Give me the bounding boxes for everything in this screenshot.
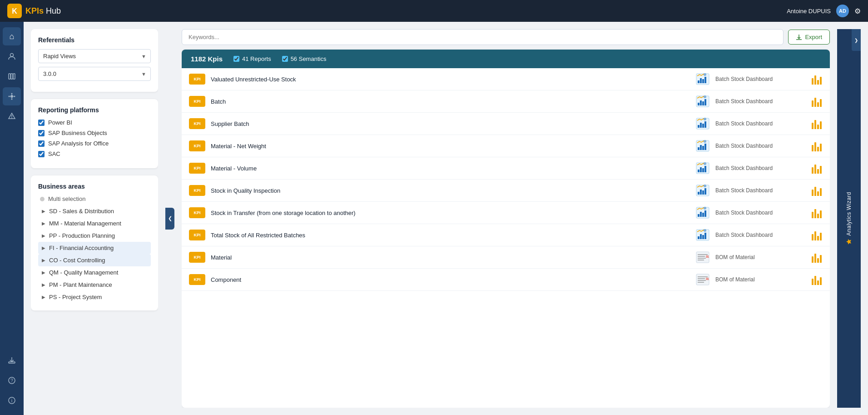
- kpi-report-name: Batch Stock Dashboard: [715, 143, 806, 149]
- svg-rect-29: [702, 79, 704, 83]
- reporting-platforms-section: Reporting platforms Power BI SAP Busines…: [31, 99, 158, 168]
- report-dashboard-icon: [695, 206, 710, 219]
- sap-bo-label: SAP Business Objects: [48, 130, 107, 136]
- ba-fi[interactable]: ▶ FI - Financial Accounting: [38, 242, 151, 254]
- kpi-name: Stock in Transfer (from one storage loca…: [211, 210, 690, 216]
- semantics-tag: 56 Semantics: [282, 55, 327, 62]
- kpi-container: 1182 Kpis 41 Reports 56 Semantics KPI: [182, 50, 830, 408]
- svg-rect-58: [704, 166, 706, 172]
- kpi-row[interactable]: KPI Stock in Transfer (from one storage …: [182, 202, 830, 224]
- kpi-chart-icon: [812, 185, 823, 196]
- export-button[interactable]: Export: [788, 30, 830, 45]
- multi-sel-dot: [40, 197, 45, 201]
- kpi-report-name: BOM of Material: [715, 276, 806, 283]
- sap-bo-checkbox-item: SAP Business Objects: [38, 130, 151, 136]
- kpi-report-name: BOM of Material: [715, 254, 806, 260]
- ba-co-label: CO - Cost Controlling: [49, 257, 105, 264]
- report-dashboard-icon: [695, 229, 710, 241]
- kpi-row[interactable]: KPI Total Stock of All Restricted Batche…: [182, 224, 830, 246]
- sidebar-home[interactable]: ⌂: [3, 27, 21, 45]
- sap-bo-checkbox[interactable]: [38, 130, 45, 136]
- powerbi-checkbox-item: Power BI: [38, 119, 151, 126]
- left-panel: Referentials Rapid Views Standard Views …: [31, 29, 158, 408]
- report-dashboard-icon: [695, 184, 710, 197]
- wizard-icon: [846, 239, 852, 245]
- multi-selection-label: Multi selection: [48, 195, 85, 202]
- collapse-toggle[interactable]: ❮: [165, 208, 174, 230]
- ba-pp-label: PP - Production Planning: [49, 232, 115, 239]
- search-input-wrapper: [182, 29, 784, 45]
- sac-label: SAC: [48, 150, 60, 157]
- kpi-row[interactable]: KPI Component 0 1: [182, 269, 830, 291]
- expand-right-toggle[interactable]: ❯: [852, 29, 861, 51]
- kpi-report-name: Batch Stock Dashboard: [715, 76, 806, 82]
- search-input[interactable]: [182, 29, 784, 45]
- kpi-chart-icon: [812, 118, 823, 129]
- kpi-row[interactable]: KPI Material - Net Weight: [182, 135, 830, 157]
- sidebar-help[interactable]: ?: [3, 371, 21, 390]
- ba-qm[interactable]: ▶ QM - Quality Management: [38, 266, 151, 279]
- sidebar-info[interactable]: i: [3, 391, 21, 410]
- kpi-chart-icon: [812, 274, 823, 285]
- ba-sd[interactable]: ▶ SD - Sales & Distribution: [38, 205, 151, 217]
- analytics-wizard-label: Analytics Wizard: [846, 192, 852, 245]
- kpi-row[interactable]: KPI Valuated Unrestricted-Use Stock: [182, 68, 830, 90]
- sidebar-export[interactable]: [3, 351, 21, 370]
- svg-rect-78: [702, 235, 704, 239]
- ba-mm-label: MM - Material Management: [49, 220, 121, 227]
- kpi-row[interactable]: KPI Batch: [182, 90, 830, 113]
- svg-rect-30: [704, 77, 706, 83]
- sidebar-library[interactable]: [3, 67, 21, 85]
- kpi-name: Total Stock of All Restricted Batches: [211, 232, 690, 239]
- referentials-title: Referentials: [38, 36, 151, 44]
- ba-pp[interactable]: ▶ PP - Production Planning: [38, 230, 151, 242]
- semantics-checkbox[interactable]: [282, 56, 288, 62]
- rapid-views-wrapper: Rapid Views Standard Views Custom Views …: [38, 49, 151, 63]
- kpi-count: 1182 Kpis: [191, 55, 223, 63]
- svg-marker-96: [846, 239, 851, 245]
- report-dashboard-icon: [695, 140, 710, 152]
- chevron-right-icon: ▶: [42, 233, 45, 238]
- svg-rect-55: [698, 170, 699, 172]
- svg-point-6: [10, 95, 13, 98]
- kpi-badge: KPI: [189, 118, 205, 129]
- svg-rect-77: [700, 234, 702, 239]
- rapid-views-select[interactable]: Rapid Views Standard Views Custom Views: [38, 49, 151, 63]
- chevron-right-icon: ▶: [42, 258, 45, 263]
- svg-point-2: [10, 54, 14, 57]
- ba-pm[interactable]: ▶ PM - Plant Maintenance: [38, 279, 151, 291]
- ba-co[interactable]: ▶ CO - Cost Controlling: [38, 254, 151, 266]
- svg-rect-64: [702, 190, 704, 195]
- reports-checkbox[interactable]: [233, 56, 239, 62]
- kpi-row[interactable]: KPI Stock in Quality Inspection: [182, 180, 830, 202]
- kpi-chart-icon: [812, 230, 823, 240]
- kpi-row[interactable]: KPI Supplier Batch: [182, 113, 830, 135]
- ba-mm[interactable]: ▶ MM - Material Management: [38, 217, 151, 230]
- report-dashboard-icon: [695, 73, 710, 85]
- ba-pm-label: PM - Plant Maintenance: [49, 281, 112, 288]
- svg-rect-71: [702, 213, 704, 217]
- svg-rect-36: [702, 101, 704, 105]
- svg-rect-79: [704, 233, 706, 239]
- report-bom-icon: 0 1: [695, 251, 710, 264]
- sac-checkbox[interactable]: [38, 151, 45, 157]
- sidebar-kpis[interactable]: [3, 87, 21, 105]
- kpi-header: 1182 Kpis 41 Reports 56 Semantics: [182, 50, 830, 68]
- reports-label: 41 Reports: [242, 55, 271, 62]
- chevron-right-icon: ▶: [42, 282, 45, 287]
- report-dashboard-icon: [695, 117, 710, 130]
- sap-analysis-checkbox[interactable]: [38, 140, 45, 147]
- content-area: Referentials Rapid Views Standard Views …: [24, 22, 868, 415]
- ba-ps[interactable]: ▶ PS - Project System: [38, 291, 151, 303]
- sidebar-users[interactable]: [3, 47, 21, 65]
- settings-icon[interactable]: ⚙: [854, 7, 861, 15]
- kpi-row[interactable]: KPI Material 0 1: [182, 246, 830, 269]
- version-select[interactable]: 3.0.0 2.5.0 2.0.0: [38, 67, 151, 81]
- reports-tag: 41 Reports: [233, 55, 271, 62]
- svg-rect-49: [700, 145, 702, 150]
- svg-rect-35: [700, 100, 702, 105]
- sidebar-analytics[interactable]: [3, 107, 21, 125]
- kpi-row[interactable]: KPI Material - Volume: [182, 157, 830, 180]
- powerbi-checkbox[interactable]: [38, 120, 45, 126]
- kpi-name: Component: [211, 276, 690, 283]
